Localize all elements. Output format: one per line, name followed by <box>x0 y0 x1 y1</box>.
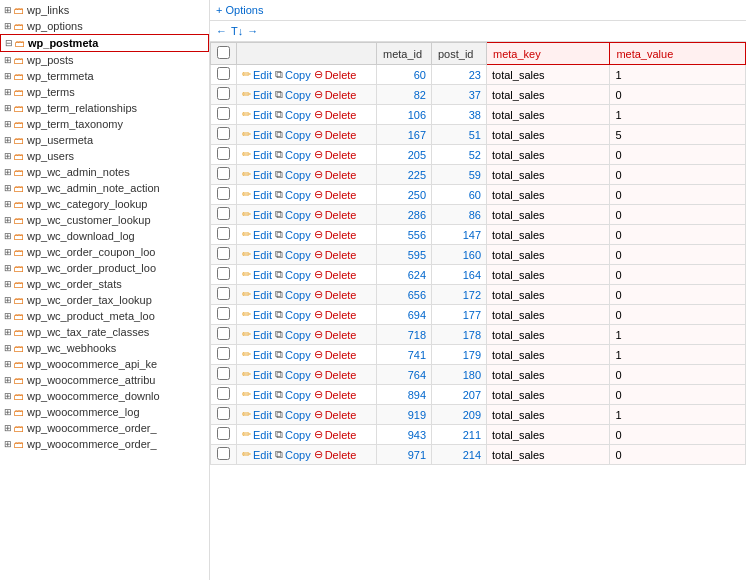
sidebar-item-wp_wc_order_tax_lookup[interactable]: ⊞ 🗃 wp_wc_order_tax_lookup <box>0 292 209 308</box>
edit-button[interactable]: Edit <box>253 209 272 221</box>
edit-button[interactable]: Edit <box>253 289 272 301</box>
sidebar-item-wp_usermeta[interactable]: ⊞ 🗃 wp_usermeta <box>0 132 209 148</box>
delete-button[interactable]: Delete <box>325 289 357 301</box>
row-checkbox[interactable] <box>217 187 230 200</box>
copy-button[interactable]: Copy <box>285 69 311 81</box>
row-checkbox[interactable] <box>217 107 230 120</box>
copy-button[interactable]: Copy <box>285 389 311 401</box>
sidebar-item-wp_wc_order_stats[interactable]: ⊞ 🗃 wp_wc_order_stats <box>0 276 209 292</box>
copy-button[interactable]: Copy <box>285 349 311 361</box>
sidebar-item-wp_links[interactable]: ⊞ 🗃 wp_links <box>0 2 209 18</box>
sidebar-item-wp_postmeta[interactable]: ⊟ 🗃 wp_postmeta <box>0 34 209 52</box>
sidebar-item-wp_wc_order_product_loo[interactable]: ⊞ 🗃 wp_wc_order_product_loo <box>0 260 209 276</box>
row-checkbox[interactable] <box>217 207 230 220</box>
sidebar-item-wp_wc_webhooks[interactable]: ⊞ 🗃 wp_wc_webhooks <box>0 340 209 356</box>
col-header-meta-id[interactable]: meta_id <box>377 43 432 65</box>
edit-button[interactable]: Edit <box>253 369 272 381</box>
delete-button[interactable]: Delete <box>325 369 357 381</box>
row-checkbox[interactable] <box>217 407 230 420</box>
delete-button[interactable]: Delete <box>325 449 357 461</box>
edit-button[interactable]: Edit <box>253 109 272 121</box>
edit-button[interactable]: Edit <box>253 329 272 341</box>
edit-button[interactable]: Edit <box>253 189 272 201</box>
copy-button[interactable]: Copy <box>285 289 311 301</box>
copy-button[interactable]: Copy <box>285 269 311 281</box>
row-checkbox[interactable] <box>217 147 230 160</box>
sidebar-item-wp_wc_tax_rate_classes[interactable]: ⊞ 🗃 wp_wc_tax_rate_classes <box>0 324 209 340</box>
col-header-meta-key[interactable]: meta_key <box>487 43 610 65</box>
row-checkbox[interactable] <box>217 327 230 340</box>
edit-button[interactable]: Edit <box>253 89 272 101</box>
delete-button[interactable]: Delete <box>325 89 357 101</box>
copy-button[interactable]: Copy <box>285 369 311 381</box>
row-checkbox[interactable] <box>217 367 230 380</box>
copy-button[interactable]: Copy <box>285 109 311 121</box>
sidebar-item-wp_woocommerce_attribu[interactable]: ⊞ 🗃 wp_woocommerce_attribu <box>0 372 209 388</box>
nav-sort[interactable]: T↓ <box>231 25 243 37</box>
copy-button[interactable]: Copy <box>285 329 311 341</box>
nav-prev[interactable]: ← <box>216 25 227 37</box>
edit-button[interactable]: Edit <box>253 129 272 141</box>
edit-button[interactable]: Edit <box>253 269 272 281</box>
delete-button[interactable]: Delete <box>325 169 357 181</box>
delete-button[interactable]: Delete <box>325 149 357 161</box>
sidebar-item-wp_wc_category_lookup[interactable]: ⊞ 🗃 wp_wc_category_lookup <box>0 196 209 212</box>
row-checkbox[interactable] <box>217 287 230 300</box>
col-header-meta-value[interactable]: meta_value <box>610 43 746 65</box>
copy-button[interactable]: Copy <box>285 189 311 201</box>
select-all-checkbox[interactable] <box>217 46 230 59</box>
row-checkbox[interactable] <box>217 267 230 280</box>
row-checkbox[interactable] <box>217 307 230 320</box>
delete-button[interactable]: Delete <box>325 409 357 421</box>
sidebar-item-wp_term_taxonomy[interactable]: ⊞ 🗃 wp_term_taxonomy <box>0 116 209 132</box>
row-checkbox[interactable] <box>217 387 230 400</box>
delete-button[interactable]: Delete <box>325 349 357 361</box>
edit-button[interactable]: Edit <box>253 169 272 181</box>
sidebar-item-wp_users[interactable]: ⊞ 🗃 wp_users <box>0 148 209 164</box>
sidebar-item-wp_wc_admin_note_action[interactable]: ⊞ 🗃 wp_wc_admin_note_action <box>0 180 209 196</box>
sidebar-item-wp_wc_download_log[interactable]: ⊞ 🗃 wp_wc_download_log <box>0 228 209 244</box>
sidebar-item-wp_woocommerce_log[interactable]: ⊞ 🗃 wp_woocommerce_log <box>0 404 209 420</box>
delete-button[interactable]: Delete <box>325 389 357 401</box>
edit-button[interactable]: Edit <box>253 149 272 161</box>
edit-button[interactable]: Edit <box>253 409 272 421</box>
row-checkbox[interactable] <box>217 227 230 240</box>
delete-button[interactable]: Delete <box>325 309 357 321</box>
sidebar-item-wp_options[interactable]: ⊞ 🗃 wp_options <box>0 18 209 34</box>
copy-button[interactable]: Copy <box>285 129 311 141</box>
edit-button[interactable]: Edit <box>253 449 272 461</box>
delete-button[interactable]: Delete <box>325 429 357 441</box>
edit-button[interactable]: Edit <box>253 229 272 241</box>
nav-next[interactable]: → <box>247 25 258 37</box>
sidebar-item-wp_posts[interactable]: ⊞ 🗃 wp_posts <box>0 52 209 68</box>
edit-button[interactable]: Edit <box>253 249 272 261</box>
edit-button[interactable]: Edit <box>253 389 272 401</box>
options-link[interactable]: + Options <box>216 4 263 16</box>
sidebar-item-wp_wc_product_meta_loo[interactable]: ⊞ 🗃 wp_wc_product_meta_loo <box>0 308 209 324</box>
delete-button[interactable]: Delete <box>325 209 357 221</box>
copy-button[interactable]: Copy <box>285 409 311 421</box>
edit-button[interactable]: Edit <box>253 429 272 441</box>
delete-button[interactable]: Delete <box>325 249 357 261</box>
sidebar-item-wp_woocommerce_api_ke[interactable]: ⊞ 🗃 wp_woocommerce_api_ke <box>0 356 209 372</box>
sidebar-item-wp_woocommerce_downlo[interactable]: ⊞ 🗃 wp_woocommerce_downlo <box>0 388 209 404</box>
col-header-post-id[interactable]: post_id <box>432 43 487 65</box>
sidebar-item-wp_wc_customer_lookup[interactable]: ⊞ 🗃 wp_wc_customer_lookup <box>0 212 209 228</box>
row-checkbox[interactable] <box>217 87 230 100</box>
delete-button[interactable]: Delete <box>325 329 357 341</box>
row-checkbox[interactable] <box>217 347 230 360</box>
edit-button[interactable]: Edit <box>253 349 272 361</box>
sidebar-item-wp_wc_order_coupon_loo[interactable]: ⊞ 🗃 wp_wc_order_coupon_loo <box>0 244 209 260</box>
edit-button[interactable]: Edit <box>253 69 272 81</box>
copy-button[interactable]: Copy <box>285 229 311 241</box>
sidebar-item-wp_woocommerce_order_[interactable]: ⊞ 🗃 wp_woocommerce_order_ <box>0 436 209 452</box>
delete-button[interactable]: Delete <box>325 229 357 241</box>
copy-button[interactable]: Copy <box>285 169 311 181</box>
row-checkbox[interactable] <box>217 167 230 180</box>
col-header-check[interactable] <box>211 43 237 65</box>
row-checkbox[interactable] <box>217 427 230 440</box>
sidebar-item-wp_termmeta[interactable]: ⊞ 🗃 wp_termmeta <box>0 68 209 84</box>
delete-button[interactable]: Delete <box>325 269 357 281</box>
sidebar-item-wp_woocommerce_order_[interactable]: ⊞ 🗃 wp_woocommerce_order_ <box>0 420 209 436</box>
copy-button[interactable]: Copy <box>285 89 311 101</box>
